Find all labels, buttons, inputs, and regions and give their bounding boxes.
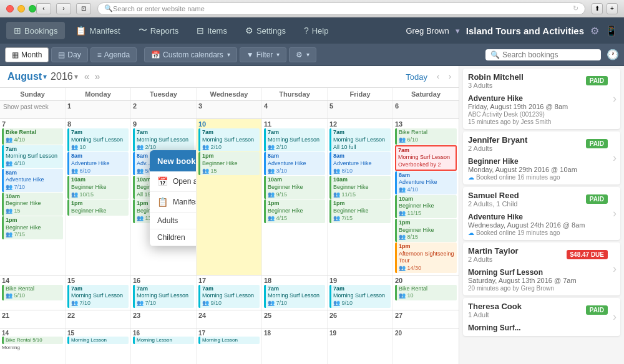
booking-item[interactable]: Bike Rental 5/10 xyxy=(2,337,63,344)
nav-items[interactable]: ⊟ Items xyxy=(189,22,235,39)
booking-item[interactable]: 1pmBeginner Hike 👥 7/15 xyxy=(2,216,63,239)
booking-item[interactable]: 10amBeginner Hike 👥 15 xyxy=(2,193,63,216)
day-cell-21[interactable]: 21 xyxy=(0,310,66,328)
booking-item[interactable]: 8amAdventure Hike 👥 3/10 xyxy=(264,152,325,175)
booking-item[interactable]: 10amBeginner Hike 👥 9/15 xyxy=(264,176,325,199)
next-month[interactable]: » xyxy=(95,71,100,82)
day-cell-25[interactable]: 25 xyxy=(262,310,328,328)
bottom-day-18[interactable]: 18 xyxy=(262,328,328,364)
booking-item[interactable]: 1pmBeginner Hike xyxy=(67,199,129,215)
card-arrow[interactable]: › xyxy=(613,92,620,105)
day-cell-27[interactable]: 27 xyxy=(393,310,459,328)
cal-year[interactable]: 2016 xyxy=(51,71,73,82)
booking-item[interactable]: Bike Rental👥 5/10 xyxy=(2,285,63,300)
booking-item[interactable]: Morning Lesson xyxy=(67,337,129,344)
booking-item[interactable]: 10amBeginner Hike 👥 11/15 xyxy=(395,195,457,218)
booking-item[interactable]: 7amMorning Surf Lesson👥 9/10 xyxy=(329,285,391,308)
cal-month[interactable]: August xyxy=(7,71,42,82)
card-arrow[interactable]: › xyxy=(613,310,620,323)
bottom-day-16[interactable]: 16 Morning Lesson xyxy=(131,328,197,364)
day-cell-20[interactable]: 20 Bike Rental👥 10 xyxy=(393,275,459,310)
share-icon[interactable]: ⬆ xyxy=(592,3,603,14)
nav-bookings[interactable]: ⊞ Bookings xyxy=(6,22,65,39)
view-month[interactable]: ▦ Month xyxy=(5,47,49,62)
booking-item[interactable]: 1pmBeginner Hike 👥 7/15 xyxy=(329,199,391,223)
prev-month[interactable]: « xyxy=(84,71,90,82)
show-past-week[interactable]: Show past week xyxy=(2,102,63,112)
fullscreen-button[interactable]: ⊡ xyxy=(76,3,91,14)
card-arrow[interactable]: › xyxy=(613,262,620,275)
prev-week[interactable]: ‹ xyxy=(437,72,439,81)
search-input[interactable] xyxy=(502,50,596,59)
year-arrow[interactable]: ▾ xyxy=(74,72,78,81)
bottom-day-19[interactable]: 19 xyxy=(328,328,393,364)
day-cell-23[interactable]: 23 xyxy=(131,310,197,328)
booking-item[interactable]: 8amAdventure Hike 👥 7/10 xyxy=(2,169,63,192)
day-cell-8[interactable]: 8 7amMorning Surf Lesson 👥 10 8amAdventu… xyxy=(66,119,131,274)
booking-item[interactable]: Morning Lesson xyxy=(133,337,194,344)
booking-item[interactable]: 1pmBeginner Hike 👥 15 xyxy=(198,152,260,175)
day-cell-11[interactable]: 11 7amMorning Surf Lesson 👥 2/10 8amAdve… xyxy=(262,119,328,274)
day-cell-10[interactable]: 10 7amMorning Surf Lesson 👥 2/10 1pmBegi… xyxy=(197,119,262,274)
day-cell-26[interactable]: 26 xyxy=(328,310,393,328)
nav-help[interactable]: ? Help xyxy=(296,22,336,39)
card-arrow[interactable]: › xyxy=(613,207,620,220)
day-cell-16[interactable]: 16 7amMorning Surf Lesson👥 7/10 xyxy=(131,275,197,310)
booking-item[interactable]: Morning Lesson xyxy=(198,337,260,344)
booking-item[interactable]: Bike Rental👥 10 xyxy=(395,285,457,300)
booking-item[interactable]: 7amMorning Surf LessonAll 10 full xyxy=(329,128,391,151)
day-cell[interactable]: 5 xyxy=(328,101,393,118)
custom-calendars[interactable]: 📅 Custom calendars ▾ xyxy=(144,47,237,62)
booking-item[interactable]: Bike Rental 👥 6/10 xyxy=(395,128,457,144)
booking-item[interactable]: 7amMorning Surf Lesson 👥 10 xyxy=(67,128,129,151)
booking-item[interactable]: 7amMorning Surf Lesson👥 7/10 xyxy=(133,285,194,308)
view-agenda[interactable]: ≡ Agenda xyxy=(90,47,137,62)
booking-item[interactable]: 7amMorning Surf Lesson 👥 2/10 xyxy=(133,128,194,151)
back-button[interactable]: ‹ xyxy=(36,3,51,14)
booking-card-jennifer[interactable]: Jennifer Bryant 2 Adults PAID Beginner H… xyxy=(463,132,620,184)
booking-item[interactable]: 8amAdventure Hike 👥 8/10 xyxy=(329,152,391,175)
day-cell-9[interactable]: 9 7amMorning Surf Lesson 👥 2/10 8amAdv..… xyxy=(131,119,197,274)
booking-item[interactable]: 7amMorning Surf Lesson Overbooked by 2 xyxy=(395,145,457,171)
bottom-day-20[interactable]: 20 xyxy=(393,328,459,364)
view-day[interactable]: ▤ Day xyxy=(51,47,87,62)
nav-manifest[interactable]: 📋 Manifest xyxy=(68,22,127,39)
booking-item[interactable]: 7amMorning Surf Lesson👥 7/10 xyxy=(67,285,129,308)
bottom-day-15[interactable]: 15 Morning Lesson xyxy=(66,328,131,364)
popup-open-availability[interactable]: 📅 Open availability › xyxy=(150,171,197,192)
day-cell[interactable]: 3 xyxy=(197,101,262,118)
day-cell[interactable]: 2 xyxy=(131,101,197,118)
booking-item[interactable]: 1pmBeginner Hike 👥 8/15 xyxy=(395,219,457,242)
close-button[interactable] xyxy=(6,5,14,12)
url-bar[interactable]: 🔍 Search or enter website name ↻ xyxy=(97,2,585,15)
day-cell-18[interactable]: 18 7amMorning Surf Lesson👥 7/10 xyxy=(262,275,328,310)
day-cell-17[interactable]: 17 7amMorning Surf Lesson👥 9/10 xyxy=(197,275,262,310)
next-week[interactable]: › xyxy=(449,72,451,81)
day-cell[interactable]: Show past week xyxy=(0,101,66,118)
clock-icon[interactable]: 🕐 xyxy=(607,49,619,60)
booking-item[interactable]: 7amMorning Surf Lesson 👥 2/10 xyxy=(264,128,325,151)
booking-card-theresa[interactable]: Theresa Cook 1 Adult PAID Morning Surf..… xyxy=(463,298,620,336)
day-cell-24[interactable]: 24 xyxy=(197,310,262,328)
day-cell-14[interactable]: 14 Bike Rental👥 5/10 xyxy=(0,275,66,310)
maximize-button[interactable] xyxy=(29,5,36,12)
booking-card-samuel[interactable]: Samuel Reed 2 Adults, 1 Child PAID Adven… xyxy=(463,187,620,240)
day-cell[interactable]: 1 xyxy=(66,101,131,118)
forward-button[interactable]: › xyxy=(56,3,71,14)
booking-item[interactable]: 7amMorning Surf Lesson 👥 2/10 xyxy=(198,128,260,151)
booking-item[interactable]: 10amBeginner Hike 👥 10/15 xyxy=(67,176,129,199)
booking-item[interactable]: 10amBeginner Hike 👥 11/15 xyxy=(329,176,391,199)
booking-item[interactable]: 1pmAfternoon Sightseeing Tour 👥 14/30 xyxy=(395,242,457,273)
booking-item[interactable]: 7amMorning Surf Lesson👥 9/10 xyxy=(198,285,260,308)
day-cell-19[interactable]: 19 7amMorning Surf Lesson👥 9/10 xyxy=(328,275,393,310)
booking-item[interactable]: 8amAdventure Hike 👥 4/10 xyxy=(395,171,457,194)
card-arrow[interactable]: › xyxy=(613,151,620,165)
booking-item[interactable]: 7amMorning Surf Lesson 👥 4/10 xyxy=(2,145,63,168)
gear-btn[interactable]: ⚙ ▾ xyxy=(289,47,316,62)
booking-item[interactable]: Bike Rental 👥 4/10 xyxy=(2,128,63,144)
day-cell-22[interactable]: 22 xyxy=(66,310,131,328)
booking-item[interactable]: 8amAdventure Hike 👥 6/10 xyxy=(67,152,129,175)
today-link[interactable]: Today xyxy=(406,72,427,82)
day-cell[interactable]: 4 xyxy=(262,101,328,118)
day-cell-12[interactable]: 12 7amMorning Surf LessonAll 10 full 8am… xyxy=(328,119,393,274)
